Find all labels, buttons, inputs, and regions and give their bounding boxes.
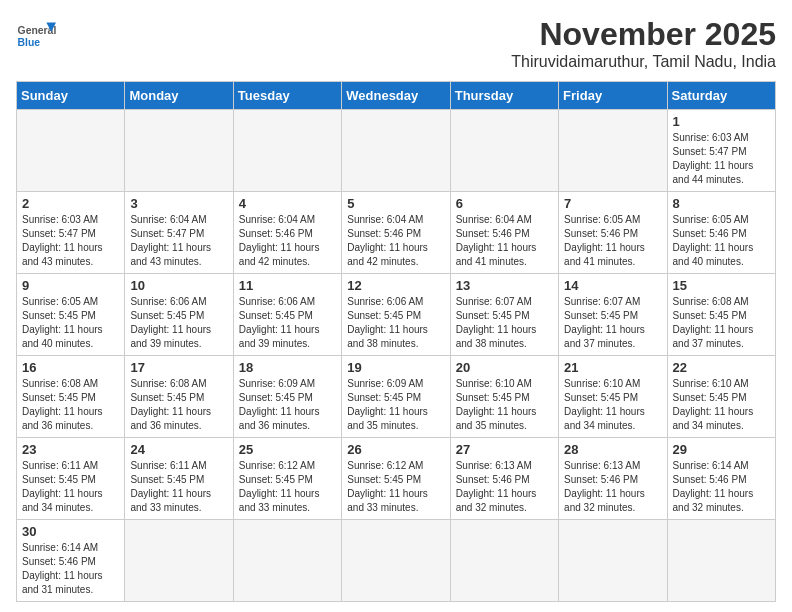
day-number: 21 — [564, 360, 661, 375]
cell-sun-info: Sunrise: 6:11 AM Sunset: 5:45 PM Dayligh… — [22, 459, 119, 515]
cell-sun-info: Sunrise: 6:12 AM Sunset: 5:45 PM Dayligh… — [347, 459, 444, 515]
cell-sun-info: Sunrise: 6:05 AM Sunset: 5:45 PM Dayligh… — [22, 295, 119, 351]
day-number: 20 — [456, 360, 553, 375]
calendar-cell: 18Sunrise: 6:09 AM Sunset: 5:45 PM Dayli… — [233, 356, 341, 438]
day-number: 24 — [130, 442, 227, 457]
weekday-header-thursday: Thursday — [450, 82, 558, 110]
cell-sun-info: Sunrise: 6:12 AM Sunset: 5:45 PM Dayligh… — [239, 459, 336, 515]
calendar-week-4: 16Sunrise: 6:08 AM Sunset: 5:45 PM Dayli… — [17, 356, 776, 438]
day-number: 14 — [564, 278, 661, 293]
calendar-cell — [233, 110, 341, 192]
calendar-cell: 12Sunrise: 6:06 AM Sunset: 5:45 PM Dayli… — [342, 274, 450, 356]
cell-sun-info: Sunrise: 6:04 AM Sunset: 5:46 PM Dayligh… — [347, 213, 444, 269]
cell-sun-info: Sunrise: 6:10 AM Sunset: 5:45 PM Dayligh… — [456, 377, 553, 433]
cell-sun-info: Sunrise: 6:04 AM Sunset: 5:46 PM Dayligh… — [239, 213, 336, 269]
day-number: 6 — [456, 196, 553, 211]
calendar-cell — [17, 110, 125, 192]
calendar-cell: 8Sunrise: 6:05 AM Sunset: 5:46 PM Daylig… — [667, 192, 775, 274]
calendar-cell — [342, 110, 450, 192]
calendar-cell: 7Sunrise: 6:05 AM Sunset: 5:46 PM Daylig… — [559, 192, 667, 274]
calendar-week-6: 30Sunrise: 6:14 AM Sunset: 5:46 PM Dayli… — [17, 520, 776, 602]
calendar-cell: 14Sunrise: 6:07 AM Sunset: 5:45 PM Dayli… — [559, 274, 667, 356]
day-number: 25 — [239, 442, 336, 457]
cell-sun-info: Sunrise: 6:05 AM Sunset: 5:46 PM Dayligh… — [564, 213, 661, 269]
calendar-cell: 16Sunrise: 6:08 AM Sunset: 5:45 PM Dayli… — [17, 356, 125, 438]
month-title: November 2025 — [511, 16, 776, 53]
day-number: 27 — [456, 442, 553, 457]
calendar-cell — [450, 520, 558, 602]
calendar-cell: 26Sunrise: 6:12 AM Sunset: 5:45 PM Dayli… — [342, 438, 450, 520]
calendar-cell: 5Sunrise: 6:04 AM Sunset: 5:46 PM Daylig… — [342, 192, 450, 274]
calendar-cell — [233, 520, 341, 602]
cell-sun-info: Sunrise: 6:04 AM Sunset: 5:47 PM Dayligh… — [130, 213, 227, 269]
weekday-header-wednesday: Wednesday — [342, 82, 450, 110]
calendar-cell: 24Sunrise: 6:11 AM Sunset: 5:45 PM Dayli… — [125, 438, 233, 520]
calendar-table: SundayMondayTuesdayWednesdayThursdayFrid… — [16, 81, 776, 602]
calendar-cell — [667, 520, 775, 602]
logo: General Blue — [16, 16, 56, 56]
calendar-cell: 3Sunrise: 6:04 AM Sunset: 5:47 PM Daylig… — [125, 192, 233, 274]
day-number: 26 — [347, 442, 444, 457]
day-number: 16 — [22, 360, 119, 375]
cell-sun-info: Sunrise: 6:07 AM Sunset: 5:45 PM Dayligh… — [564, 295, 661, 351]
calendar-cell: 6Sunrise: 6:04 AM Sunset: 5:46 PM Daylig… — [450, 192, 558, 274]
cell-sun-info: Sunrise: 6:06 AM Sunset: 5:45 PM Dayligh… — [347, 295, 444, 351]
cell-sun-info: Sunrise: 6:07 AM Sunset: 5:45 PM Dayligh… — [456, 295, 553, 351]
location-subtitle: Thiruvidaimaruthur, Tamil Nadu, India — [511, 53, 776, 71]
cell-sun-info: Sunrise: 6:04 AM Sunset: 5:46 PM Dayligh… — [456, 213, 553, 269]
day-number: 1 — [673, 114, 770, 129]
cell-sun-info: Sunrise: 6:11 AM Sunset: 5:45 PM Dayligh… — [130, 459, 227, 515]
calendar-cell — [450, 110, 558, 192]
weekday-header-monday: Monday — [125, 82, 233, 110]
cell-sun-info: Sunrise: 6:13 AM Sunset: 5:46 PM Dayligh… — [564, 459, 661, 515]
page-header: General Blue November 2025 Thiruvidaimar… — [16, 16, 776, 71]
day-number: 23 — [22, 442, 119, 457]
cell-sun-info: Sunrise: 6:03 AM Sunset: 5:47 PM Dayligh… — [673, 131, 770, 187]
day-number: 12 — [347, 278, 444, 293]
weekday-header-sunday: Sunday — [17, 82, 125, 110]
calendar-cell — [125, 110, 233, 192]
day-number: 19 — [347, 360, 444, 375]
calendar-cell: 15Sunrise: 6:08 AM Sunset: 5:45 PM Dayli… — [667, 274, 775, 356]
day-number: 18 — [239, 360, 336, 375]
calendar-cell: 25Sunrise: 6:12 AM Sunset: 5:45 PM Dayli… — [233, 438, 341, 520]
day-number: 8 — [673, 196, 770, 211]
title-block: November 2025 Thiruvidaimaruthur, Tamil … — [511, 16, 776, 71]
day-number: 4 — [239, 196, 336, 211]
day-number: 28 — [564, 442, 661, 457]
cell-sun-info: Sunrise: 6:09 AM Sunset: 5:45 PM Dayligh… — [239, 377, 336, 433]
weekday-header-row: SundayMondayTuesdayWednesdayThursdayFrid… — [17, 82, 776, 110]
day-number: 11 — [239, 278, 336, 293]
day-number: 3 — [130, 196, 227, 211]
day-number: 30 — [22, 524, 119, 539]
day-number: 17 — [130, 360, 227, 375]
calendar-cell: 11Sunrise: 6:06 AM Sunset: 5:45 PM Dayli… — [233, 274, 341, 356]
day-number: 10 — [130, 278, 227, 293]
calendar-cell — [559, 520, 667, 602]
cell-sun-info: Sunrise: 6:14 AM Sunset: 5:46 PM Dayligh… — [673, 459, 770, 515]
day-number: 22 — [673, 360, 770, 375]
calendar-week-2: 2Sunrise: 6:03 AM Sunset: 5:47 PM Daylig… — [17, 192, 776, 274]
cell-sun-info: Sunrise: 6:06 AM Sunset: 5:45 PM Dayligh… — [130, 295, 227, 351]
calendar-cell: 28Sunrise: 6:13 AM Sunset: 5:46 PM Dayli… — [559, 438, 667, 520]
day-number: 7 — [564, 196, 661, 211]
calendar-week-1: 1Sunrise: 6:03 AM Sunset: 5:47 PM Daylig… — [17, 110, 776, 192]
calendar-cell: 23Sunrise: 6:11 AM Sunset: 5:45 PM Dayli… — [17, 438, 125, 520]
calendar-cell: 10Sunrise: 6:06 AM Sunset: 5:45 PM Dayli… — [125, 274, 233, 356]
calendar-cell: 2Sunrise: 6:03 AM Sunset: 5:47 PM Daylig… — [17, 192, 125, 274]
svg-text:Blue: Blue — [18, 37, 41, 48]
weekday-header-friday: Friday — [559, 82, 667, 110]
day-number: 15 — [673, 278, 770, 293]
cell-sun-info: Sunrise: 6:05 AM Sunset: 5:46 PM Dayligh… — [673, 213, 770, 269]
calendar-cell: 13Sunrise: 6:07 AM Sunset: 5:45 PM Dayli… — [450, 274, 558, 356]
day-number: 13 — [456, 278, 553, 293]
calendar-cell: 21Sunrise: 6:10 AM Sunset: 5:45 PM Dayli… — [559, 356, 667, 438]
cell-sun-info: Sunrise: 6:13 AM Sunset: 5:46 PM Dayligh… — [456, 459, 553, 515]
calendar-cell: 19Sunrise: 6:09 AM Sunset: 5:45 PM Dayli… — [342, 356, 450, 438]
weekday-header-saturday: Saturday — [667, 82, 775, 110]
cell-sun-info: Sunrise: 6:10 AM Sunset: 5:45 PM Dayligh… — [564, 377, 661, 433]
calendar-cell: 9Sunrise: 6:05 AM Sunset: 5:45 PM Daylig… — [17, 274, 125, 356]
calendar-cell — [125, 520, 233, 602]
cell-sun-info: Sunrise: 6:06 AM Sunset: 5:45 PM Dayligh… — [239, 295, 336, 351]
calendar-cell: 30Sunrise: 6:14 AM Sunset: 5:46 PM Dayli… — [17, 520, 125, 602]
